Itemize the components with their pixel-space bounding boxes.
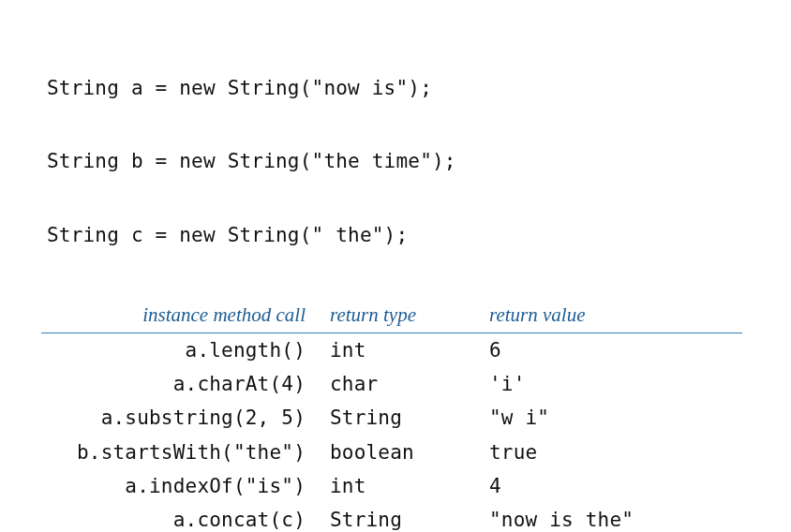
code-line: String b = new String("the time"); (47, 149, 754, 173)
cell-type: int (321, 469, 480, 503)
col-header-type: return type (321, 297, 480, 333)
cell-call: a.length() (41, 332, 321, 367)
table-row: a.indexOf("is") int 4 (41, 469, 742, 503)
table-row: a.length() int 6 (41, 332, 742, 367)
cell-call: a.charAt(4) (41, 367, 321, 401)
cell-type: boolean (321, 436, 480, 469)
cell-value: 6 (480, 332, 742, 367)
cell-type: String (321, 503, 480, 532)
cell-call: a.indexOf("is") (41, 469, 321, 503)
code-line: String a = new String("now is"); (47, 76, 754, 100)
table-row: a.concat(c) String "now is the" (41, 503, 742, 532)
cell-value: "now is the" (480, 503, 742, 532)
table-row: a.charAt(4) char 'i' (41, 367, 742, 401)
cell-call: a.concat(c) (41, 503, 321, 532)
cell-call: a.substring(2, 5) (41, 401, 321, 435)
cell-value: 4 (480, 469, 742, 503)
code-line: String c = new String(" the"); (47, 223, 754, 247)
cell-value: "w i" (480, 401, 742, 435)
cell-type: String (321, 401, 480, 435)
cell-type: char (321, 367, 480, 401)
cell-value: true (480, 436, 742, 469)
col-header-call: instance method call (41, 297, 321, 333)
table-header-row: instance method call return type return … (41, 297, 742, 333)
col-header-value: return value (480, 297, 742, 333)
cell-call: b.startsWith("the") (41, 436, 321, 469)
code-block: String a = new String("now is"); String … (47, 26, 754, 273)
cell-value: 'i' (480, 367, 742, 401)
table-row: a.substring(2, 5) String "w i" (41, 401, 742, 435)
cell-type: int (321, 332, 480, 367)
table-row: b.startsWith("the") boolean true (41, 436, 742, 469)
method-table: instance method call return type return … (41, 297, 742, 533)
